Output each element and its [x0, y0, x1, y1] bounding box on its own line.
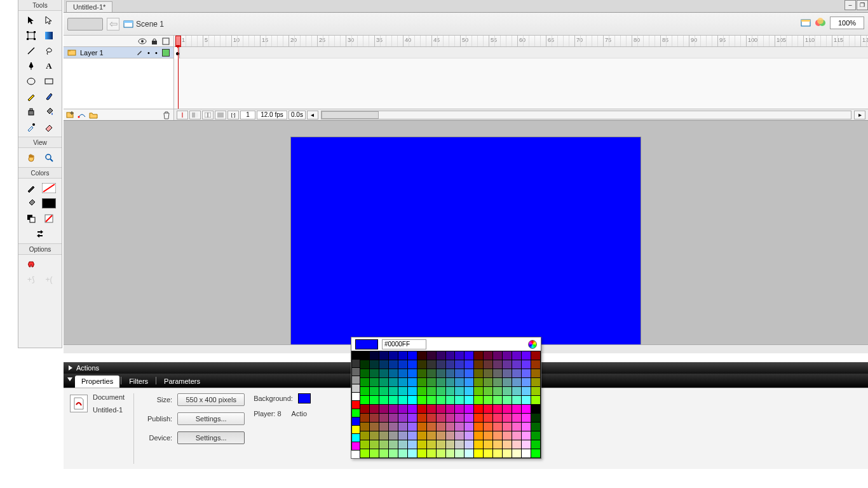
color-cell[interactable] — [464, 369, 474, 378]
color-cell[interactable] — [531, 360, 541, 369]
color-cell[interactable] — [464, 360, 474, 369]
color-cell[interactable] — [445, 449, 456, 458]
color-cell[interactable] — [436, 449, 446, 458]
color-cell[interactable] — [426, 440, 437, 449]
color-cell[interactable] — [473, 386, 484, 396]
zoom-tool[interactable] — [41, 151, 57, 165]
color-cell[interactable] — [502, 351, 512, 360]
color-cell[interactable] — [436, 395, 446, 405]
color-cell[interactable] — [388, 404, 398, 414]
color-cell[interactable] — [369, 377, 379, 387]
center-frame-button[interactable] — [177, 111, 188, 119]
color-cell[interactable] — [398, 395, 408, 405]
color-cell[interactable] — [436, 422, 446, 431]
color-cell[interactable] — [436, 351, 446, 360]
color-cell[interactable] — [351, 359, 360, 368]
onion-skin-button[interactable] — [189, 111, 201, 119]
new-layer-button[interactable] — [66, 111, 75, 119]
color-cell[interactable] — [492, 431, 503, 440]
color-cell[interactable] — [360, 351, 370, 360]
color-cell[interactable] — [473, 449, 484, 458]
color-cell[interactable] — [502, 431, 512, 440]
color-cell[interactable] — [398, 386, 408, 396]
color-cell[interactable] — [454, 351, 465, 360]
color-cell[interactable] — [492, 413, 503, 423]
color-cell[interactable] — [426, 395, 437, 405]
color-cell[interactable] — [388, 413, 398, 423]
color-cell[interactable] — [351, 409, 360, 417]
color-cell[interactable] — [426, 369, 437, 378]
color-cell[interactable] — [417, 360, 427, 369]
snap-to-objects-button[interactable] — [23, 257, 39, 271]
color-cell[interactable] — [521, 449, 531, 458]
color-cell[interactable] — [426, 413, 437, 423]
color-cell[interactable] — [445, 422, 456, 431]
color-cell[interactable] — [379, 369, 389, 378]
color-cell[interactable] — [502, 369, 512, 378]
color-cell[interactable] — [445, 377, 456, 387]
color-cell[interactable] — [445, 440, 456, 449]
color-cell[interactable] — [351, 384, 360, 393]
color-cell[interactable] — [436, 431, 446, 440]
color-cell[interactable] — [454, 440, 465, 449]
color-cell[interactable] — [398, 369, 408, 378]
color-cell[interactable] — [473, 440, 484, 449]
color-cell[interactable] — [483, 413, 493, 423]
color-cell[interactable] — [483, 360, 493, 369]
color-cell[interactable] — [473, 413, 484, 423]
color-cell[interactable] — [531, 413, 541, 423]
color-cell[interactable] — [454, 413, 465, 423]
color-cell[interactable] — [464, 386, 474, 396]
color-cell[interactable] — [360, 422, 370, 431]
color-cell[interactable] — [483, 404, 493, 414]
color-cell[interactable] — [454, 369, 465, 378]
color-cell[interactable] — [464, 440, 474, 449]
gradient-transform-tool[interactable] — [41, 29, 57, 43]
color-cell[interactable] — [521, 422, 531, 431]
color-cell[interactable] — [398, 404, 408, 414]
tab-parameters[interactable]: Parameters — [158, 376, 207, 388]
color-cell[interactable] — [388, 440, 398, 449]
tab-properties[interactable]: Properties — [75, 376, 119, 388]
delete-layer-button[interactable] — [162, 111, 171, 119]
color-cell[interactable] — [492, 404, 503, 414]
color-cell[interactable] — [492, 395, 503, 405]
subselection-tool[interactable] — [41, 13, 57, 27]
rectangle-tool[interactable] — [41, 74, 57, 88]
keyframe[interactable] — [174, 47, 180, 58]
color-cell[interactable] — [483, 351, 493, 360]
color-cell[interactable] — [492, 422, 503, 431]
color-cell[interactable] — [379, 351, 389, 360]
color-cell[interactable] — [360, 413, 370, 423]
color-cell[interactable] — [483, 422, 493, 431]
color-cell[interactable] — [454, 386, 465, 396]
color-cell[interactable] — [492, 360, 503, 369]
no-color-button[interactable] — [41, 212, 57, 226]
color-cell[interactable] — [369, 404, 379, 414]
color-cell[interactable] — [502, 377, 512, 387]
color-cell[interactable] — [473, 360, 484, 369]
color-cell[interactable] — [531, 440, 541, 449]
color-cell[interactable] — [512, 395, 522, 405]
zoom-level[interactable]: 100% — [830, 17, 864, 29]
color-cell[interactable] — [473, 431, 484, 440]
color-cell[interactable] — [407, 413, 417, 423]
color-cell[interactable] — [388, 377, 398, 387]
color-cell[interactable] — [351, 442, 360, 451]
color-cell[interactable] — [492, 440, 503, 449]
color-cell[interactable] — [369, 351, 379, 360]
scene-back-button[interactable]: ⇦ — [107, 18, 119, 30]
color-cell[interactable] — [445, 395, 456, 405]
color-cell[interactable] — [360, 395, 370, 405]
lasso-tool[interactable] — [41, 44, 57, 58]
color-cell[interactable] — [351, 367, 360, 376]
color-cell[interactable] — [398, 449, 408, 458]
color-cell[interactable] — [502, 386, 512, 396]
color-cell[interactable] — [369, 395, 379, 405]
color-cell[interactable] — [379, 360, 389, 369]
color-cell[interactable] — [379, 449, 389, 458]
background-color-swatch[interactable] — [298, 393, 311, 403]
color-cell[interactable] — [512, 440, 522, 449]
color-cell[interactable] — [407, 449, 417, 458]
color-cell[interactable] — [436, 369, 446, 378]
